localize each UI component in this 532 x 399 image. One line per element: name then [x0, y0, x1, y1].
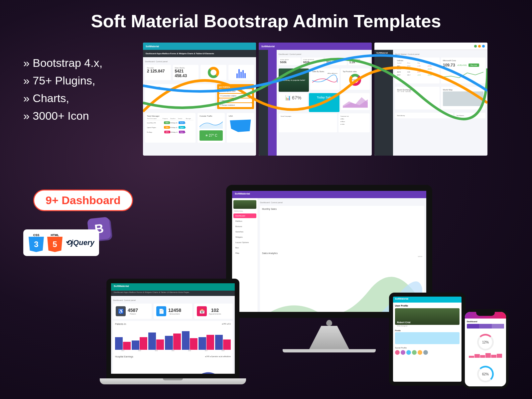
- html5-icon: HTML 5: [47, 233, 63, 252]
- sidebar-item-map[interactable]: Map: [233, 251, 256, 255]
- stat-patient: ♿4587Patient: [113, 304, 152, 319]
- ipad-device: SoftMaterial User Profile Robert Crist W…: [389, 293, 466, 386]
- gauge-icon: 62%: [477, 366, 494, 382]
- jquery-icon: ⟲jQuery: [65, 238, 94, 247]
- iphone-device: Dashboard 12% 62%: [462, 309, 509, 389]
- css3-icon: CSS 3: [28, 233, 45, 252]
- avatar: [418, 350, 422, 355]
- patients-chart: [115, 327, 231, 350]
- apple-icon: [326, 320, 332, 326]
- sidebar-item-dashboard[interactable]: Dashboard: [233, 213, 256, 218]
- avatar: [412, 350, 417, 355]
- avatar: [423, 350, 428, 355]
- sidebar-item-switches[interactable]: Switches: [233, 229, 256, 234]
- dashboard-count-badge: 9+ Dashboard: [33, 190, 133, 211]
- sidebar-item-layout[interactable]: Layout Options: [233, 240, 256, 245]
- feature-item: » 75+ Plugins,: [23, 74, 102, 87]
- sidebar-item-box[interactable]: Box: [233, 245, 256, 250]
- stat-appointments: 📅102Appointments: [194, 304, 233, 319]
- avatar: [406, 350, 411, 355]
- line-chart-icon: [143, 57, 256, 129]
- feature-item: » Charts,: [23, 92, 102, 105]
- tech-logos: CSS 3 HTML 5 ⟲jQuery: [23, 229, 99, 256]
- mini-map-icon: [395, 332, 460, 344]
- sparkline-icon: [469, 352, 502, 358]
- gauge-icon: 12%: [477, 334, 494, 350]
- earnings-chart: [115, 359, 231, 378]
- stat-encounters: 📄12458Encounters: [154, 304, 192, 319]
- avatar: [401, 350, 405, 355]
- macbook-device: SoftMaterial Dashboard Apps Mailbox Form…: [100, 279, 246, 384]
- main-title: Soft Material Bootstrap Admin Templates: [0, 0, 532, 31]
- screenshot-teal-dashboard: SoftMaterial Dashboard · Apps · Mailbox …: [143, 43, 256, 156]
- sidebar-item-buttons[interactable]: Buttons: [233, 224, 256, 229]
- feature-item: » 3000+ Icon: [23, 109, 102, 122]
- sidebar-item-mailbox[interactable]: Mailbox: [233, 219, 256, 223]
- weather-card: ☀ 27° C: [200, 130, 223, 141]
- screenshot-row: SoftMaterial Dashboard · Apps · Mailbox …: [143, 43, 487, 156]
- feature-item: » Bootstrap 4.x,: [23, 57, 102, 69]
- features-list: » Bootstrap 4.x, » 75+ Plugins, » Charts…: [23, 57, 102, 127]
- sidebar-item-widgets[interactable]: Widgets: [233, 235, 256, 239]
- avatar: [233, 200, 256, 209]
- monthly-sales-chart: [262, 211, 422, 248]
- avatar: [395, 350, 400, 355]
